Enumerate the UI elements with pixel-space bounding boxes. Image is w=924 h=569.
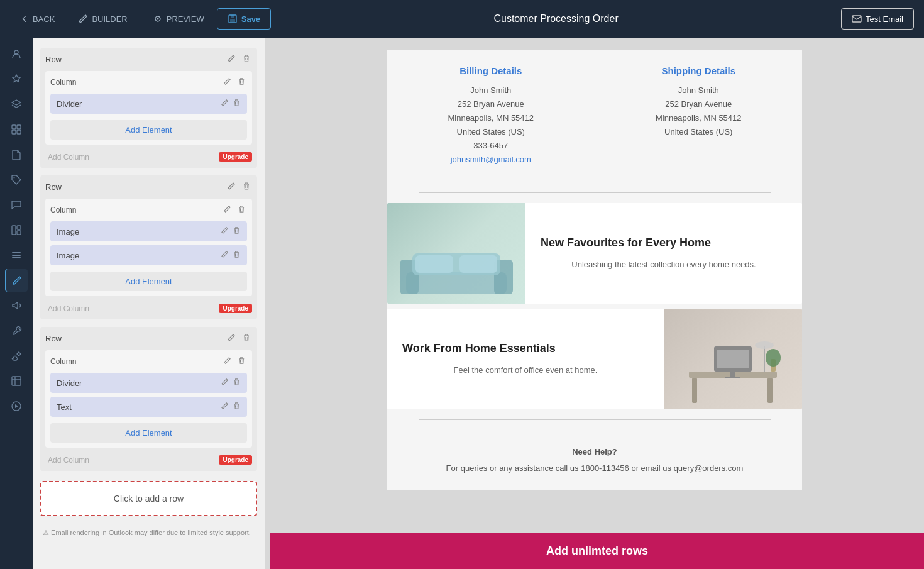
icon-sidebar [0,38,33,569]
sidebar-item-megaphone[interactable] [5,294,28,317]
row-1-upgrade-badge[interactable]: Upgrade [219,152,252,162]
svg-rect-25 [459,255,497,273]
sidebar-item-table[interactable] [5,370,28,392]
row-1-add-element-button[interactable]: Add Element [50,120,247,140]
topbar: BACK BUILDER PREVIEW Save Customer Proce… [0,0,924,38]
col-3-delete-button[interactable] [236,355,247,368]
element-image-2-delete[interactable] [233,250,241,260]
element-image-2-edit[interactable] [221,250,229,260]
element-text-1-label: Text [57,402,72,412]
product-card-2: Work From Home Essentials Feel the comfo… [387,309,802,409]
sidebar-item-chat[interactable] [5,194,28,216]
preview-tab[interactable]: PREVIEW [140,0,217,38]
row-3-upgrade-badge[interactable]: Upgrade [219,455,252,465]
sidebar-item-bars[interactable] [5,244,28,267]
add-unlimited-rows-bar[interactable]: Add unlimted rows [270,533,924,569]
row-3-actions [226,332,252,345]
element-text-1-edit[interactable] [221,402,229,412]
preview-area: Billing Details John Smith 252 Bryan Ave… [265,38,924,569]
svg-point-36 [766,349,781,367]
svg-rect-24 [415,255,453,273]
svg-rect-20 [406,272,507,294]
element-text-1-delete[interactable] [233,402,241,412]
sidebar-item-grid[interactable] [5,219,28,241]
row-1-label: Row [45,55,62,64]
row-3-add-column-label: Add Column [48,456,89,465]
billing-address: John Smith 252 Bryan Avenue Minneapolis,… [402,84,580,167]
row-3-edit-button[interactable] [226,332,237,345]
sidebar-item-wrench[interactable] [5,319,28,342]
billing-country: United States (US) [402,125,580,139]
back-label: BACK [33,14,55,24]
svg-rect-27 [692,378,697,403]
row-2-add-column-label: Add Column [48,304,89,313]
svg-point-6 [14,50,18,54]
element-text-1: Text [50,397,247,417]
row-2-edit-button[interactable] [226,180,237,194]
builder-tab[interactable]: BUILDER [65,0,140,38]
element-image-2: Image [50,245,247,265]
shipping-address: John Smith 252 Bryan Avenue Minneapolis,… [610,84,788,139]
product-1-title: New Favourites for Every Home [541,236,787,250]
col-2-delete-button[interactable] [236,204,247,216]
sidebar-item-tag[interactable] [5,168,28,191]
col-3-edit-button[interactable] [222,355,233,368]
builder-label: BUILDER [92,14,127,24]
email-preview: Billing Details John Smith 252 Bryan Ave… [387,50,802,490]
element-image-1-label: Image [57,227,79,236]
row-1-delete-button[interactable] [241,53,252,66]
element-divider-1-edit[interactable] [221,99,229,109]
col-1-delete-button[interactable] [236,76,247,89]
shipping-column: Shipping Details John Smith 252 Bryan Av… [595,50,803,182]
row-card-1: Row Column [40,48,257,168]
row-3-header: Row [45,332,252,345]
row-2-add-element-button[interactable]: Add Element [50,272,247,291]
sidebar-item-file[interactable] [5,143,28,166]
row-2-upgrade-badge[interactable]: Upgrade [219,304,252,313]
element-divider-1: Divider [50,94,247,114]
sidebar-item-star[interactable] [5,68,28,91]
row-1-edit-button[interactable] [226,53,237,66]
row-2-column-1: Column Image [45,199,252,296]
col-2-edit-button[interactable] [222,204,233,216]
row-2-col-1-header: Column [50,204,247,216]
element-divider-2-delete[interactable] [233,378,241,388]
row-2-delete-button[interactable] [241,180,252,194]
svg-rect-7 [12,125,16,129]
page-title: Customer Processing Order [271,13,841,25]
element-image-1-delete[interactable] [233,226,241,236]
test-email-button[interactable]: Test Email [841,8,914,30]
preview-divider-2 [419,419,771,420]
element-divider-1-delete[interactable] [233,99,241,109]
svg-rect-5 [852,16,861,22]
row-2-col-1-label: Column [50,206,76,214]
shipping-address1: 252 Bryan Avenue [610,97,788,111]
billing-column: Billing Details John Smith 252 Bryan Ave… [387,50,595,182]
element-divider-2-edit[interactable] [221,378,229,388]
help-heading: Need Help? [402,445,787,459]
row-3-add-column-row: Add Column Upgrade [45,453,252,466]
sidebar-item-layers[interactable] [5,93,28,116]
svg-rect-28 [767,378,773,403]
add-row-button[interactable]: Click to add a row [40,481,257,516]
sidebar-item-play[interactable] [5,395,28,417]
row-3-add-element-button[interactable]: Add Element [50,423,247,443]
row-2-actions [226,180,252,194]
save-button[interactable]: Save [217,8,271,30]
sidebar-item-puzzle[interactable] [5,118,28,141]
element-image-1-edit[interactable] [221,226,229,236]
row-3-delete-button[interactable] [241,332,252,345]
billing-email[interactable]: johnsmith@gmail.com [451,155,531,164]
help-body: For queries or any assistance call us 18… [402,461,787,475]
billing-phone: 333-6457 [402,139,580,153]
col-1-edit-button[interactable] [222,76,233,89]
row-1-add-column-row: Add Column Upgrade [45,150,252,163]
sidebar-item-tool2[interactable] [5,345,28,367]
product-1-desc: Unleashing the latest collection every h… [541,258,787,271]
svg-rect-9 [12,130,16,134]
sidebar-item-person[interactable] [5,43,28,65]
back-button[interactable]: BACK [10,14,65,24]
shipping-address2: Minneapolis, MN 55412 [610,111,788,125]
sidebar-item-edit[interactable] [5,269,28,292]
builder-panel: Row Column [33,38,265,569]
